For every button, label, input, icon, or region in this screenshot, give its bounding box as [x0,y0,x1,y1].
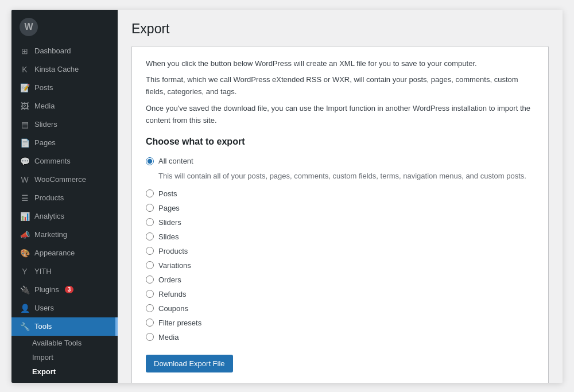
sidebar-item-label-plugins: Plugins [34,285,59,294]
radio-orders[interactable]: Orders [146,273,534,287]
radio-refunds[interactable]: Refunds [146,287,534,301]
plugins-icon: 🔌 [20,285,30,295]
radio-all-content[interactable]: All content [146,154,534,168]
radio-refunds-input[interactable] [146,290,154,298]
radio-slides-input[interactable] [146,232,154,240]
radio-filter-presets[interactable]: Filter presets [146,316,534,330]
radio-sliders[interactable]: Sliders [146,215,534,230]
radio-pages-input[interactable] [146,204,154,212]
sidebar-item-kinsta-cache[interactable]: KKinsta Cache [11,60,118,79]
sidebar-item-label-analytics: Analytics [34,212,64,220]
sidebar-item-users[interactable]: 👤Users [11,299,118,317]
radio-refunds-label: Refunds [158,290,186,298]
radio-coupons[interactable]: Coupons [146,301,534,316]
sidebar-item-tools[interactable]: 🔧Tools [11,317,118,336]
sidebar-item-label-yith: YITH [34,267,52,275]
sidebar-logo: W [11,10,118,42]
sidebar-item-label-pages: Pages [34,138,56,147]
radio-posts-input[interactable] [146,189,154,197]
sidebar-item-marketing[interactable]: 📣Marketing [11,226,118,244]
sub-menu-item-export[interactable]: Export [11,364,118,379]
woocommerce-icon: W [20,174,30,185]
radio-filter-presets-label: Filter presets [158,319,201,327]
yith-icon: Y [20,266,30,277]
dashboard-icon: ⊞ [20,46,30,56]
sidebar-item-products[interactable]: ☰Products [11,189,118,207]
radio-filter-presets-input[interactable] [146,319,154,327]
radio-pages-label: Pages [158,204,180,212]
radio-variations-label: Variations [158,261,191,270]
radio-orders-label: Orders [158,275,181,284]
radio-slides[interactable]: Slides [146,230,534,244]
sidebar-menu: ⊞DashboardKKinsta Cache📝Posts🖼Media▤Slid… [11,42,118,336]
sliders-icon: ▤ [20,119,30,130]
sub-menu: Available ToolsImportExportSite HealthEx… [11,336,118,383]
content-card: When you click the button below WordPres… [131,46,549,383]
sidebar-item-label-media: Media [34,102,55,110]
analytics-icon: 📊 [20,211,30,222]
users-icon: 👤 [20,303,30,313]
desc-2: This format, which we call WordPress eXt… [146,74,534,98]
radio-slides-label: Slides [158,232,179,241]
sidebar-item-plugins[interactable]: 🔌Plugins3 [11,281,118,299]
radio-media-label: Media [158,333,179,341]
sidebar-item-media[interactable]: 🖼Media [11,97,118,115]
sidebar-item-appearance[interactable]: 🎨Appearance [11,244,118,262]
comments-icon: 💬 [20,156,30,166]
radio-all-content-label: All content [158,157,193,165]
sidebar-item-label-users: Users [34,304,54,312]
media-icon: 🖼 [20,101,30,111]
radio-sliders-label: Sliders [158,218,181,227]
desc-1: When you click the button below WordPres… [146,58,534,70]
sub-menu-item-available-tools[interactable]: Available Tools [11,336,118,350]
radio-coupons-input[interactable] [146,304,154,312]
radio-variations[interactable]: Variations [146,258,534,273]
radio-posts[interactable]: Posts [146,187,534,201]
sidebar-item-label-comments: Comments [34,157,71,165]
radio-products-label: Products [158,247,188,255]
sidebar-item-pages[interactable]: 📄Pages [11,134,118,152]
sidebar-item-comments[interactable]: 💬Comments [11,152,118,170]
plugins-badge: 3 [65,286,74,293]
radio-posts-label: Posts [158,189,177,198]
radio-coupons-label: Coupons [158,304,188,313]
radio-products-input[interactable] [146,247,154,255]
wp-window: W ⊞DashboardKKinsta Cache📝Posts🖼Media▤Sl… [11,10,563,383]
sidebar-item-label-tools: Tools [34,322,52,331]
tools-icon: 🔧 [20,321,30,332]
sidebar-item-analytics[interactable]: 📊Analytics [11,207,118,226]
sidebar-item-label-products: Products [34,193,64,202]
radio-sliders-input[interactable] [146,218,154,226]
sidebar-item-sliders[interactable]: ▤Sliders [11,115,118,134]
sidebar-item-label-marketing: Marketing [34,230,67,239]
sidebar-item-yith[interactable]: YYITH [11,262,118,281]
sidebar-item-label-sliders: Sliders [34,120,57,129]
sidebar-item-label-appearance: Appearance [34,249,75,257]
radio-media-input[interactable] [146,333,154,341]
radio-group: All content This will contain all of you… [146,154,534,344]
sub-menu-item-site-health[interactable]: Site Health [11,379,118,383]
sub-menu-item-import[interactable]: Import [11,350,118,364]
sidebar-item-posts[interactable]: 📝Posts [11,79,118,97]
page-title: Export [131,21,549,37]
radio-pages[interactable]: Pages [146,201,534,215]
sidebar-item-label-posts: Posts [34,83,53,92]
kinsta-cache-icon: K [20,64,30,75]
radio-products[interactable]: Products [146,244,534,258]
all-content-desc: This will contain all of your posts, pag… [158,170,534,182]
sidebar-item-label-dashboard: Dashboard [34,46,71,55]
radio-media[interactable]: Media [146,330,534,344]
appearance-icon: 🎨 [20,248,30,258]
download-export-button[interactable]: Download Export File [146,355,233,372]
wp-logo-icon: W [20,18,38,36]
sidebar-item-woocommerce[interactable]: WWooCommerce [11,170,118,189]
products-icon: ☰ [20,193,30,203]
posts-icon: 📝 [20,83,30,93]
main-content: Export When you click the button below W… [118,10,563,383]
sidebar-item-dashboard[interactable]: ⊞Dashboard [11,42,118,60]
radio-orders-input[interactable] [146,275,154,284]
radio-variations-input[interactable] [146,261,154,269]
radio-all-content-input[interactable] [146,157,154,165]
radio-options-list: PostsPagesSlidersSlidesProductsVariation… [146,187,534,344]
pages-icon: 📄 [20,138,30,148]
